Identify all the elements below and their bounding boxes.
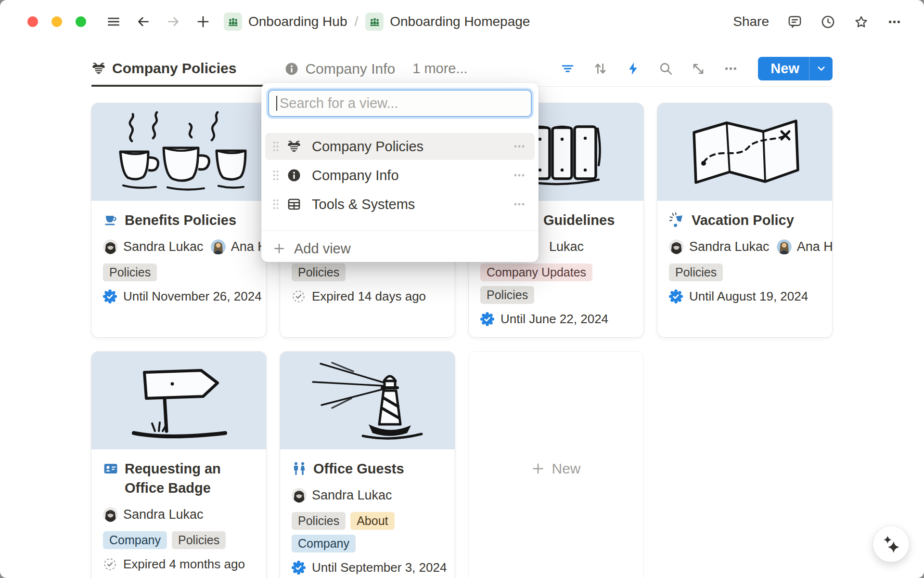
expired-check-icon	[292, 289, 306, 303]
table-icon	[287, 197, 301, 211]
drag-handle-icon[interactable]	[272, 140, 280, 153]
card-cover-signpost-illustration	[91, 352, 266, 449]
add-view-button[interactable]: Add view	[273, 236, 351, 261]
person: Sandra Lukac	[292, 488, 392, 503]
search-view-button[interactable]	[658, 61, 673, 76]
chevron-down-icon	[815, 62, 828, 75]
tag: Company Updates	[480, 263, 592, 281]
view-toolbar: Company Policies Company Info 1 more... …	[91, 51, 833, 87]
card-benefits-policies[interactable]: Benefits Policies Sandra Lukac Ana Ha Po…	[91, 103, 266, 337]
ai-assistant-button[interactable]	[873, 526, 909, 562]
expand-diagonal-icon	[691, 62, 706, 76]
app-window: Onboarding Hub / Onboarding Homepage Sha…	[0, 0, 924, 578]
breadcrumb-separator: /	[354, 14, 358, 29]
card-status: Until August 19, 2024	[669, 289, 830, 304]
view-item-more-button[interactable]	[511, 138, 528, 155]
card-status: Expired 4 months ago	[103, 557, 264, 572]
search-icon	[658, 61, 673, 76]
zoom-window-button[interactable]	[76, 16, 86, 27]
breadcrumb-item-homepage[interactable]: Onboarding Homepage	[390, 14, 530, 29]
lighthouse-illustration	[295, 360, 440, 442]
new-button[interactable]: New	[758, 57, 809, 80]
card-title: Vacation Policy	[692, 210, 794, 230]
view-item-more-button[interactable]	[511, 167, 528, 184]
tag: Policies	[480, 286, 534, 304]
plus-icon	[196, 14, 210, 29]
person: Sandra Lukac	[103, 239, 204, 254]
new-card-label: New	[552, 460, 580, 477]
info-icon	[287, 168, 301, 183]
automations-button[interactable]	[626, 61, 641, 76]
minimize-window-button[interactable]	[51, 16, 62, 27]
more-views-button[interactable]: 1 more...	[412, 61, 467, 77]
tag: Policies	[292, 263, 346, 281]
id-badge-icon	[103, 461, 118, 476]
card-cover-lighthouse-illustration	[280, 352, 455, 449]
sparkles-icon	[882, 535, 901, 554]
comments-button[interactable]	[787, 14, 802, 29]
view-item-more-button[interactable]	[511, 196, 528, 213]
bee-icon	[287, 139, 301, 154]
history-button[interactable]	[821, 14, 835, 29]
view-options-button[interactable]	[723, 61, 738, 76]
bee-icon	[91, 61, 106, 76]
map-illustration	[687, 116, 803, 188]
people-meeting-icon	[368, 15, 381, 28]
card-vacation-policy[interactable]: Vacation Policy Sandra Lukac Ana Hau Pol…	[657, 103, 832, 337]
text-caret	[276, 96, 277, 111]
signpost-illustration	[116, 360, 242, 442]
drag-handle-icon[interactable]	[272, 198, 280, 210]
star-icon	[854, 14, 869, 29]
plus-icon	[273, 242, 285, 255]
expand-view-button[interactable]	[691, 62, 706, 76]
breadcrumb: Onboarding Hub / Onboarding Homepage	[224, 13, 530, 31]
mugs-illustration	[107, 111, 251, 193]
card-office-badge[interactable]: Requesting an Office Badge Sandra Lukac …	[91, 352, 266, 578]
people-meeting-icon	[227, 15, 240, 28]
filter-icon	[560, 61, 575, 76]
back-button[interactable]	[136, 14, 151, 29]
view-search-input[interactable]	[268, 90, 532, 117]
lightning-icon	[626, 61, 641, 76]
breadcrumb-page-icon	[224, 13, 242, 31]
sparkler-icon	[669, 212, 685, 229]
card-title: Office Guests	[313, 459, 404, 478]
view-list: Company Policies Company Info Tools & Sy…	[265, 133, 535, 220]
view-item-company-info[interactable]: Company Info	[265, 162, 535, 189]
page-more-button[interactable]	[887, 14, 902, 29]
new-page-button[interactable]	[196, 14, 210, 29]
filter-button[interactable]	[560, 61, 575, 76]
sort-button[interactable]	[593, 61, 608, 76]
forward-button[interactable]	[166, 14, 180, 29]
tab-company-info[interactable]: Company Info	[284, 51, 395, 86]
info-icon	[284, 62, 299, 76]
ellipsis-icon	[723, 61, 738, 76]
tab-company-policies[interactable]: Company Policies	[91, 52, 267, 87]
card-status: Expired 14 days ago	[292, 289, 453, 304]
close-window-button[interactable]	[27, 16, 38, 27]
view-item-tools-systems[interactable]: Tools & Systems	[265, 191, 535, 218]
window-controls	[27, 16, 86, 27]
card-people: Sandra Lukac	[103, 505, 266, 524]
tag: Policies	[103, 263, 157, 281]
card-office-guests[interactable]: Office Guests Sandra Lukac Policies Abou…	[280, 352, 455, 578]
card-people: Sandra Lukac	[292, 486, 455, 504]
card-tags: Policies About Company	[292, 512, 448, 552]
breadcrumb-page-icon	[365, 13, 384, 31]
favorite-button[interactable]	[854, 14, 869, 29]
share-button[interactable]: Share	[733, 14, 769, 29]
new-button-dropdown[interactable]	[809, 57, 833, 80]
comment-icon	[787, 14, 802, 29]
screen: Onboarding Hub / Onboarding Homepage Sha…	[0, 0, 924, 578]
two-people-icon	[292, 461, 307, 476]
tab-label: Company Info	[305, 61, 395, 77]
sidebar-menu-button[interactable]	[106, 14, 121, 29]
tab-label: Company Policies	[112, 60, 236, 77]
person: Ana Hau	[777, 239, 832, 254]
card-title: Requesting an Office Badge	[125, 459, 255, 498]
view-item-company-policies[interactable]: Company Policies	[265, 133, 535, 160]
new-card-placeholder[interactable]: New	[469, 352, 643, 578]
card-tags: Policies	[669, 263, 825, 281]
breadcrumb-item-hub[interactable]: Onboarding Hub	[248, 14, 347, 29]
drag-handle-icon[interactable]	[272, 169, 280, 182]
